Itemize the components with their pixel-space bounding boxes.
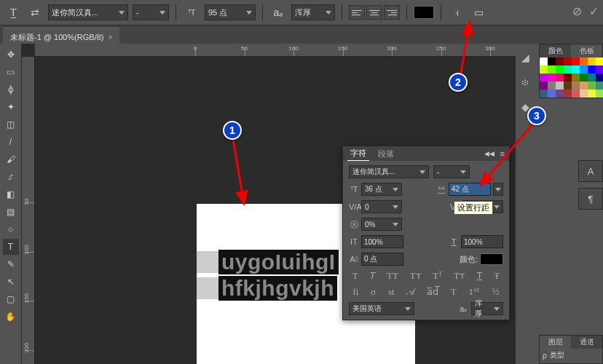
swatch[interactable]: [564, 66, 572, 74]
font-family-dropdown[interactable]: 迷你简汉真...: [48, 4, 128, 20]
swatch[interactable]: [556, 82, 564, 90]
cp-font-size-dropdown[interactable]: 36 点: [361, 183, 402, 196]
lasso-tool[interactable]: ɸ: [3, 82, 19, 98]
swatch[interactable]: [564, 90, 572, 98]
swatch[interactable]: [556, 66, 564, 74]
style-underline[interactable]: T: [477, 270, 483, 282]
swatch[interactable]: [564, 58, 572, 66]
histogram-icon[interactable]: ◢: [517, 50, 533, 66]
ot-fraction[interactable]: ½: [492, 286, 500, 298]
swatch[interactable]: [588, 74, 596, 82]
stamp-tool[interactable]: ⎎: [3, 169, 19, 185]
swatch[interactable]: [548, 82, 556, 90]
swatch[interactable]: [548, 90, 556, 98]
ot-st[interactable]: st: [388, 286, 395, 298]
antialias-dropdown[interactable]: 浑厚: [291, 4, 335, 20]
text-line-2[interactable]: hfkjhgvkjh: [197, 275, 337, 301]
swatch[interactable]: [572, 74, 580, 82]
gradient-tool[interactable]: ▤: [3, 204, 19, 220]
swatch[interactable]: [540, 66, 548, 74]
commit-icon[interactable]: ✓: [589, 4, 599, 18]
swatch[interactable]: [548, 74, 556, 82]
swatch[interactable]: [572, 90, 580, 98]
baseline-shift-input[interactable]: [361, 253, 403, 266]
brushes-icon[interactable]: ፨: [517, 74, 533, 90]
style-italic[interactable]: T: [369, 270, 375, 282]
swatch[interactable]: [596, 82, 603, 90]
warp-text-button[interactable]: ⫞: [448, 4, 465, 21]
swatch[interactable]: [580, 58, 588, 66]
swatch[interactable]: [596, 66, 603, 74]
align-left-button[interactable]: [349, 5, 365, 20]
swatch[interactable]: [564, 74, 572, 82]
character-panel-toggle[interactable]: ▭: [470, 4, 487, 21]
cancel-icon[interactable]: ⊘: [572, 4, 582, 18]
language-dropdown[interactable]: 美国英语: [349, 302, 414, 315]
side-tab-paragraph[interactable]: ¶: [578, 188, 603, 210]
swatch[interactable]: [596, 58, 603, 66]
tab-paragraph[interactable]: 段落: [375, 147, 397, 161]
swatch[interactable]: [588, 90, 596, 98]
style-allcaps[interactable]: TT: [387, 270, 398, 282]
swatch-grid[interactable]: [540, 58, 602, 98]
style-superscript[interactable]: Tᵀ: [433, 270, 442, 282]
path-tool[interactable]: ↖: [3, 274, 19, 290]
type-tool[interactable]: T: [3, 239, 19, 255]
wand-tool[interactable]: ✦: [3, 99, 19, 115]
swatch[interactable]: [580, 74, 588, 82]
tsume-dropdown[interactable]: 0%: [361, 218, 402, 231]
panel-menu-icon[interactable]: ≡: [500, 149, 505, 158]
cp-font-family-dropdown[interactable]: 迷你简汉真...: [349, 165, 429, 178]
blur-tool[interactable]: ○: [3, 221, 19, 237]
cp-color-swatch[interactable]: [480, 253, 503, 265]
text-line-1[interactable]: uygoIuihgI: [197, 249, 339, 275]
leading-input[interactable]: [449, 183, 491, 196]
swatch[interactable]: [588, 82, 596, 90]
align-right-button[interactable]: [384, 5, 400, 20]
style-strike[interactable]: Ŧ: [494, 270, 500, 282]
style-smallcaps[interactable]: Tᴛ: [410, 270, 422, 282]
hscale-input[interactable]: [461, 235, 503, 248]
swatch[interactable]: [580, 66, 588, 74]
ot-1st[interactable]: 1ˢᵗ: [469, 286, 481, 298]
cp-antialias-dropdown[interactable]: 浑厚: [471, 302, 503, 315]
style-bold[interactable]: T: [352, 270, 358, 282]
swatch[interactable]: [540, 74, 548, 82]
text-orientation-toggle[interactable]: ⇄: [26, 4, 44, 21]
align-center-button[interactable]: [366, 5, 382, 20]
ot-ordinals[interactable]: T: [451, 286, 457, 298]
swatch[interactable]: [572, 82, 580, 90]
ot-titling[interactable]: a̅d̅: [427, 286, 438, 298]
swatch[interactable]: [564, 82, 572, 90]
leading-dropdown-arrow[interactable]: [493, 183, 503, 196]
swatch[interactable]: [596, 74, 603, 82]
swatch[interactable]: [548, 66, 556, 74]
font-size-dropdown[interactable]: 95 点: [205, 4, 256, 20]
ot-swash[interactable]: 𝒜: [406, 286, 414, 298]
swatch[interactable]: [540, 82, 548, 90]
crop-tool[interactable]: ◫: [3, 116, 19, 132]
swatch[interactable]: [548, 58, 556, 66]
swatch[interactable]: [556, 90, 564, 98]
swatch[interactable]: [540, 58, 548, 66]
marquee-tool[interactable]: ▭: [3, 64, 19, 80]
swatch[interactable]: [588, 58, 596, 66]
text-color-swatch[interactable]: [414, 6, 434, 19]
tab-character[interactable]: 字符: [347, 146, 369, 161]
brush-tool[interactable]: 🖌: [3, 151, 19, 167]
swatch[interactable]: [540, 90, 548, 98]
tab-swatches[interactable]: 色板: [571, 44, 602, 58]
tab-color[interactable]: 颜色: [540, 44, 571, 58]
swatch[interactable]: [580, 82, 588, 90]
panel-collapse-icon[interactable]: ◀◀: [484, 150, 494, 157]
swatch[interactable]: [556, 74, 564, 82]
hand-tool[interactable]: ✋: [3, 309, 19, 325]
kerning-dropdown[interactable]: 0: [361, 200, 402, 213]
tab-channels[interactable]: 通道: [571, 336, 602, 349]
swatch[interactable]: [572, 66, 580, 74]
pen-tool[interactable]: ✎: [3, 256, 19, 272]
eyedropper-tool[interactable]: /: [3, 134, 19, 150]
tab-layers[interactable]: 图层: [540, 336, 571, 349]
style-subscript[interactable]: Tᴛ: [454, 270, 465, 282]
font-style-dropdown[interactable]: -: [133, 4, 169, 20]
